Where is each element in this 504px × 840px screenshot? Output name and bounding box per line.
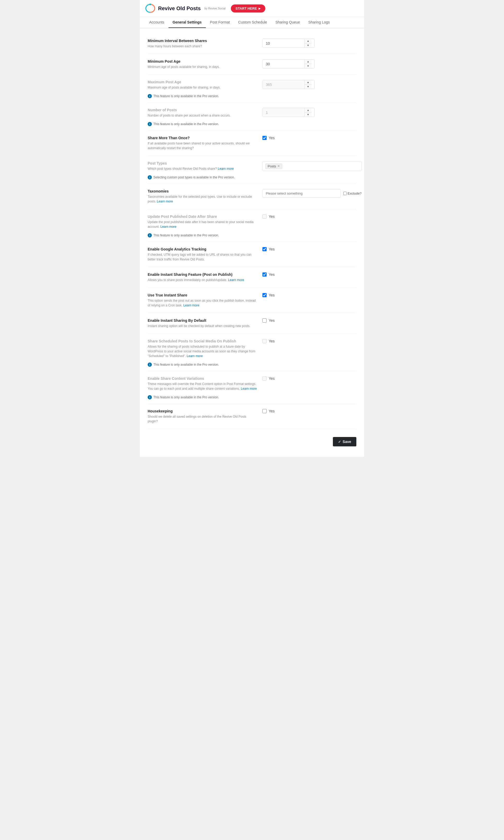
start-here-button[interactable]: START HERE — [231, 4, 265, 13]
share-scheduled-checkbox-wrapper: Yes — [263, 339, 275, 343]
tab-custom-schedule[interactable]: Custom Schedule — [234, 17, 271, 28]
taxonomy-select[interactable] — [263, 189, 341, 198]
min-post-age-title: Minimum Post Age — [148, 59, 257, 64]
logo-title: Revive Old Posts — [158, 5, 201, 12]
setting-content-variations-block: Enable Share Content Variations These me… — [148, 371, 356, 404]
post-types-title: Post Types — [148, 161, 257, 165]
share-more-desc: If all available posts have been shared … — [148, 141, 257, 151]
true-instant-share-checkbox-wrapper: Yes — [263, 293, 275, 297]
update-date-pro-text: This feature is only available in the Pr… — [154, 234, 219, 237]
number-of-posts-input-wrapper: ▲ ▼ — [263, 108, 314, 117]
update-date-pro-notice: i This feature is only available in the … — [148, 231, 356, 238]
google-analytics-label: Yes — [269, 247, 275, 251]
update-date-checkbox[interactable] — [263, 215, 267, 219]
min-post-age-up[interactable]: ▲ — [305, 59, 311, 64]
setting-min-post-age: Minimum Post Age Minimum age of posts av… — [148, 54, 356, 75]
taxonomies-learn-more[interactable]: Learn more — [157, 200, 173, 203]
setting-max-post-age: Maximum Post Age Maximum age of posts av… — [148, 75, 356, 90]
number-of-posts-pro-text: This feature is only available in the Pr… — [154, 122, 219, 126]
taxonomy-exclude-label: Exclude? — [348, 191, 362, 195]
info-icon: i — [148, 94, 152, 98]
share-scheduled-learn-more[interactable]: Learn more — [187, 354, 203, 358]
update-date-title: Update Post Published Date After Share — [148, 215, 257, 219]
post-types-pro-text: Selecting custom post types is available… — [154, 175, 235, 179]
update-date-learn-more[interactable]: Learn more — [160, 225, 176, 228]
housekeeping-checkbox[interactable] — [263, 409, 267, 413]
min-post-age-down[interactable]: ▼ — [305, 64, 311, 68]
min-interval-up[interactable]: ▲ — [305, 39, 311, 43]
tab-sharing-queue[interactable]: Sharing Queue — [271, 17, 304, 28]
post-types-select[interactable]: Posts ✕ — [263, 161, 362, 171]
instant-sharing-learn-more[interactable]: Learn more — [228, 278, 244, 282]
taxonomy-control: Exclude? — [263, 189, 362, 198]
number-of-posts-up[interactable]: ▲ — [305, 108, 311, 112]
max-post-age-title: Maximum Post Age — [148, 80, 257, 84]
min-interval-down[interactable]: ▼ — [305, 43, 311, 48]
housekeeping-label: Yes — [269, 409, 275, 413]
min-interval-desc: How many hours between each share? — [148, 44, 257, 49]
setting-true-instant-share: Use True Instant Share This option sends… — [148, 288, 356, 313]
number-of-posts-input[interactable] — [263, 108, 304, 117]
tab-sharing-logs[interactable]: Sharing Logs — [304, 17, 334, 28]
setting-number-of-posts-block: Number of Posts Number of posts to share… — [148, 103, 356, 131]
instant-sharing-default-checkbox[interactable] — [263, 319, 267, 323]
share-scheduled-desc: Allows for the sharing of posts schedule… — [148, 344, 257, 358]
setting-instant-sharing-default: Enable Instant Sharing By Default Instan… — [148, 313, 356, 334]
instant-sharing-default-checkbox-wrapper: Yes — [263, 319, 275, 323]
setting-update-date: Update Post Published Date After Share U… — [148, 209, 356, 229]
min-interval-input[interactable] — [263, 39, 304, 48]
info-icon-6: i — [148, 395, 152, 399]
tab-post-format[interactable]: Post Format — [206, 17, 234, 28]
number-of-posts-down[interactable]: ▼ — [305, 112, 311, 117]
update-date-checkbox-wrapper: Yes — [263, 215, 275, 219]
max-post-age-pro-text: This feature is only available in the Pr… — [154, 94, 219, 98]
setting-taxonomies: Taxonomies Taxonomies available for the … — [148, 184, 356, 209]
min-interval-title: Minimum Interval Between Shares — [148, 39, 257, 43]
info-icon-3: i — [148, 175, 152, 179]
number-of-posts-pro-notice: i This feature is only available in the … — [148, 120, 356, 127]
content-variations-checkbox[interactable] — [263, 376, 267, 380]
max-post-age-input[interactable] — [263, 81, 304, 89]
setting-google-analytics: Enable Google Analytics Tracking If chec… — [148, 242, 356, 267]
max-post-age-down[interactable]: ▼ — [305, 84, 311, 89]
setting-post-types-block: Post Types Which post types should Reviv… — [148, 156, 356, 184]
true-instant-share-desc: This option sends the post out as soon a… — [148, 298, 257, 308]
setting-max-post-age-block: Maximum Post Age Maximum age of posts av… — [148, 75, 356, 103]
content-variations-title: Enable Share Content Variations — [148, 376, 257, 380]
true-instant-share-checkbox[interactable] — [263, 293, 267, 297]
setting-share-scheduled-block: Share Scheduled Posts to Social Media On… — [148, 334, 356, 371]
true-instant-share-learn-more[interactable]: Learn more — [183, 304, 199, 307]
content-variations-learn-more[interactable]: Learn more — [241, 387, 257, 391]
max-post-age-desc: Maximum age of posts available for shari… — [148, 85, 257, 90]
share-scheduled-pro-notice: i This feature is only available in the … — [148, 360, 356, 368]
taxonomies-desc: Taxonomies available for the selected po… — [148, 194, 257, 204]
min-post-age-input[interactable] — [263, 60, 304, 68]
tab-accounts[interactable]: Accounts — [145, 17, 168, 28]
info-icon-5: i — [148, 362, 152, 367]
google-analytics-checkbox-wrapper: Yes — [263, 247, 275, 251]
post-types-learn-more[interactable]: Learn more — [218, 167, 234, 171]
main-content: Minimum Interval Between Shares How many… — [140, 28, 364, 457]
post-types-pro-notice: i Selecting custom post types is availab… — [148, 173, 356, 181]
share-scheduled-pro-text: This feature is only available in the Pr… — [154, 363, 219, 366]
instant-sharing-checkbox[interactable] — [263, 272, 267, 277]
share-scheduled-checkbox[interactable] — [263, 339, 267, 343]
save-button[interactable]: Save — [333, 437, 356, 446]
instant-sharing-default-title: Enable Instant Sharing By Default — [148, 319, 257, 323]
svg-point-1 — [149, 4, 151, 5]
post-type-remove-posts[interactable]: ✕ — [277, 164, 280, 168]
setting-min-interval: Minimum Interval Between Shares How many… — [148, 33, 356, 54]
logo-by: by Revive.Social — [204, 7, 226, 10]
content-variations-desc: These messages will override the Post Co… — [148, 382, 257, 391]
share-more-checkbox[interactable] — [263, 136, 267, 140]
content-variations-pro-notice: i This feature is only available in the … — [148, 393, 356, 400]
setting-content-variations: Enable Share Content Variations These me… — [148, 371, 356, 391]
update-date-label: Yes — [269, 215, 275, 219]
tab-general-settings[interactable]: General Settings — [168, 17, 206, 28]
max-post-age-up[interactable]: ▲ — [305, 80, 311, 84]
setting-instant-sharing: Enable Instant Sharing Feature (Post on … — [148, 267, 356, 288]
share-scheduled-title: Share Scheduled Posts to Social Media On… — [148, 339, 257, 343]
taxonomy-exclude-checkbox[interactable] — [343, 192, 347, 195]
google-analytics-checkbox[interactable] — [263, 247, 267, 251]
setting-housekeeping: Housekeeping Should we delete all saved … — [148, 404, 356, 429]
